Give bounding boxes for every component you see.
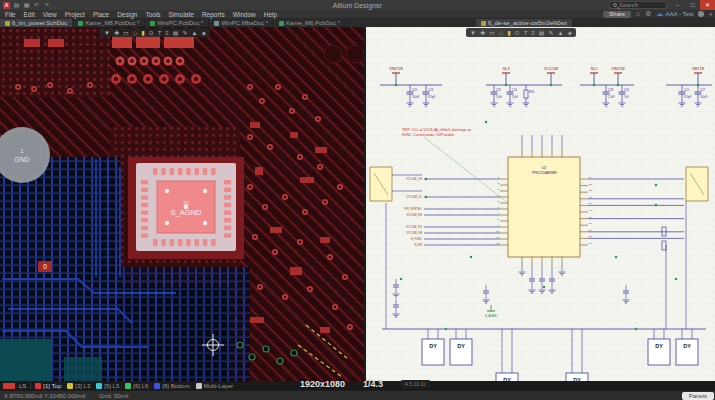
tab-right-pane-document[interactable]: 6_de-se_active-cw5m3eN0ez [476, 19, 573, 27]
menu-item-design[interactable]: Design [117, 11, 137, 18]
grid-icon[interactable]: ▤ [173, 29, 179, 37]
menu-item-place[interactable]: Place [93, 11, 109, 18]
pad-icon[interactable]: ▮ [507, 29, 510, 37]
measure-icon[interactable]: ◈ [201, 29, 206, 37]
move-icon[interactable]: ◇ [133, 29, 138, 37]
titlebar: A ▤ ▦ ↶ ↷ Altium Designer Search – □ ✕ [0, 0, 715, 10]
svg-text:S_AGND: S_AGND [171, 208, 202, 217]
video-overlay: 1920x1080 1/4.3 4.5.10.11 [300, 379, 430, 389]
cursor-coordinates: X:8750.000mil Y:10450.000mil [4, 393, 85, 399]
filter-icon[interactable]: ▼ [470, 29, 476, 37]
layer-color-swatch [125, 383, 131, 389]
svg-text:C28: C28 [608, 88, 614, 92]
pcb-canvas[interactable]: 1 GND 33 S_AGND 0 [0, 27, 364, 381]
account-status[interactable]: ☁ AAA - Test [657, 10, 694, 18]
layers-icon[interactable]: ≡ [531, 29, 535, 37]
menu-item-simulate[interactable]: Simulate [169, 11, 194, 18]
svg-text:470pF: 470pF [428, 95, 436, 99]
pcb-active-toolbar: ▼✚▭◇▮⊙T≡▤✎▲◈ [100, 28, 210, 37]
svg-text:1uF: 1uF [624, 95, 629, 99]
mosfet-left[interactable] [370, 167, 392, 201]
app-title: Altium Designer [0, 2, 715, 9]
pcb-editor-pane[interactable]: ▼✚▭◇▮⊙T≡▤✎▲◈ [0, 27, 364, 381]
tab-document-2[interactable]: MiniPC.PcbDoc * [145, 19, 209, 27]
mosfet-right[interactable] [686, 167, 708, 201]
svg-text:VIN728: VIN728 [611, 66, 625, 71]
edit-icon[interactable]: ✎ [182, 29, 187, 37]
pcbdoc-icon [78, 21, 83, 26]
menu-items: FileEditViewProjectPlaceDesignToolsSimul… [0, 11, 277, 18]
layers-icon[interactable]: ≡ [165, 29, 169, 37]
layer-color-swatch [96, 383, 102, 389]
layer-tab-2[interactable]: [5] L5 [96, 383, 119, 389]
edit-icon[interactable]: ✎ [548, 29, 553, 37]
svg-text:10uF: 10uF [496, 95, 502, 99]
select-rect-icon[interactable]: ▭ [123, 29, 129, 37]
schematic-ic[interactable]: U2 TPS51220ARSNR [508, 157, 580, 257]
cross-probe-icon[interactable]: ✚ [480, 29, 485, 37]
svg-text:VCC5M: VCC5M [544, 66, 558, 71]
menu-item-view[interactable]: View [43, 11, 57, 18]
svg-text:VCCGM_DH: VCCGM_DH [406, 177, 422, 181]
schematic-editor-pane[interactable]: ▼✚▭◇▮⊙T≡▤✎▲◈ VIN728SL3VCC5MSL5VIN728VBT2… [366, 27, 715, 381]
tab-document-4[interactable]: Kame_M6.PcbDoc * [274, 19, 346, 27]
panels-button[interactable]: Panels [682, 392, 714, 400]
svg-text:DY: DY [457, 343, 465, 349]
via-icon[interactable]: ⊙ [515, 29, 520, 37]
maximize-button[interactable]: □ [685, 0, 700, 10]
menu-item-tools[interactable]: Tools [145, 11, 160, 18]
menu-item-edit[interactable]: Edit [23, 11, 34, 18]
share-button[interactable]: Share [603, 11, 631, 18]
svg-text:C24: C24 [512, 88, 518, 92]
move-icon[interactable]: ◇ [499, 29, 504, 37]
layer-tab-0[interactable]: [1] Top [35, 383, 61, 389]
home-icon[interactable]: ⌂ [636, 10, 640, 18]
text-icon[interactable]: T [158, 29, 162, 37]
svg-text:C22: C22 [412, 88, 418, 92]
tab-document-1[interactable]: Kame_M8.PcbDoc * [73, 19, 145, 27]
filter-icon[interactable]: ▼ [104, 29, 110, 37]
layer-sets-dropdown[interactable]: LS [19, 383, 26, 389]
chevron-down-icon: ▾ [709, 11, 712, 17]
route-icon[interactable]: ▲ [192, 29, 198, 37]
search-input[interactable]: Search [609, 1, 667, 9]
pad-icon[interactable]: ▮ [141, 29, 144, 37]
layer-tab-1[interactable]: [3] L3 [67, 383, 90, 389]
svg-text:100uF: 100uF [412, 95, 420, 99]
menu-item-file[interactable]: File [5, 11, 15, 18]
svg-text:C25: C25 [496, 88, 502, 92]
close-button[interactable]: ✕ [700, 0, 715, 10]
svg-text:TRIP: OCL at VCCS-(A)->60mV, d: TRIP: OCL at VCCS-(A)->60mV, discharge o… [402, 128, 471, 132]
svg-text:VCCGM_EN: VCCGM_EN [406, 213, 422, 217]
user-avatar[interactable] [698, 11, 704, 17]
svg-text:DY: DY [655, 343, 663, 349]
measure-icon[interactable]: ◈ [567, 29, 572, 37]
text-icon[interactable]: T [524, 29, 528, 37]
menu-item-reports[interactable]: Reports [202, 11, 225, 18]
minimize-button[interactable]: – [670, 0, 685, 10]
menu-item-window[interactable]: Window [233, 11, 256, 18]
via-icon[interactable]: ⊙ [149, 29, 154, 37]
svg-text:N_FUNC: N_FUNC [411, 237, 422, 241]
schematic-canvas[interactable]: VIN728SL3VCC5MSL5VIN728VBT28C22100uFC234… [366, 27, 715, 381]
svg-text:N_EN: N_EN [415, 243, 422, 247]
svg-text:VIN728: VIN728 [389, 66, 403, 71]
svg-text:100uF: 100uF [700, 95, 708, 99]
gear-icon[interactable]: ⚙ [645, 10, 651, 18]
svg-text:470pF: 470pF [684, 95, 692, 99]
cross-probe-icon[interactable]: ✚ [114, 29, 119, 37]
grid-icon[interactable]: ▤ [539, 29, 545, 37]
svg-text:S_AGND: S_AGND [485, 314, 498, 318]
pcb-highlighted-footprint[interactable]: 33 S_AGND [136, 163, 236, 251]
layer-tab-5[interactable]: Multi-Layer [196, 383, 234, 389]
tab-document-0[interactable]: 6_tm_power.SchDoc [0, 19, 73, 27]
layer-color-swatch [154, 383, 160, 389]
route-icon[interactable]: ▲ [558, 29, 564, 37]
svg-text:C26: C26 [624, 88, 630, 92]
menu-item-project[interactable]: Project [65, 11, 85, 18]
select-rect-icon[interactable]: ▭ [489, 29, 495, 37]
menu-item-help[interactable]: Help [264, 11, 277, 18]
layer-tab-3[interactable]: [6] L6 [125, 383, 148, 389]
tab-document-3[interactable]: WinPC.MbaDoc * [209, 19, 274, 27]
layer-tab-4[interactable]: [8] Bottom [154, 383, 189, 389]
